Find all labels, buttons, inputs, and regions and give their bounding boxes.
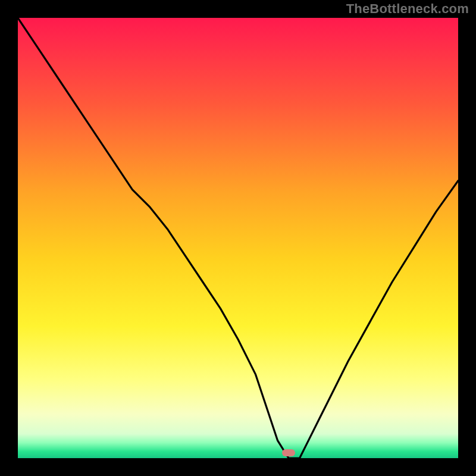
plot-area	[18, 18, 458, 458]
watermark-label: TheBottleneck.com	[346, 1, 469, 17]
optimal-marker	[282, 449, 295, 456]
chart-frame: TheBottleneck.com	[0, 0, 476, 476]
background-gradient	[18, 18, 458, 458]
